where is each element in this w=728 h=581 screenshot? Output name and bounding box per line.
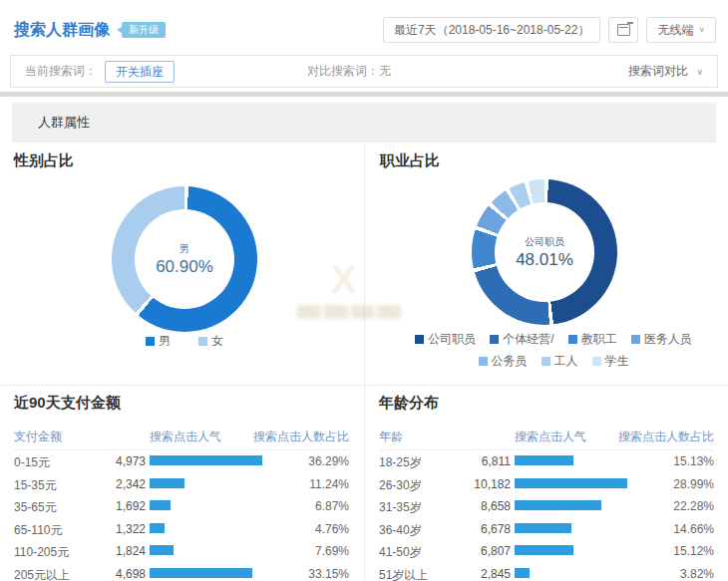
table-row: 36-40岁6,67814.66% [379,518,714,541]
row-pct: 3.82% [680,567,714,581]
watermark-text-blur [297,305,401,319]
table-row: 26-30岁10,18228.99% [379,473,714,496]
date-range-button[interactable]: 最近7天（2018-05-16~2018-05-22） [383,17,600,43]
row-bar [150,545,174,555]
column-header: 搜索点击人气 [150,429,221,445]
legend-label: 个体经营/ [503,331,553,348]
title-badge: 新升级 [122,22,166,38]
row-label: 0-15元 [14,454,50,471]
row-value: 1,322 [70,522,146,536]
legend-item[interactable]: 公司职员 [415,331,476,348]
row-bar [150,478,184,488]
chevron-down-icon: ∨ [698,26,705,34]
table-row: 65-110元1,3224.76% [14,518,349,541]
row-value: 6,807 [435,544,511,558]
row-pct: 36.29% [308,454,349,468]
legend-swatch [415,335,424,344]
row-bar [150,568,252,578]
search-audience-portrait-page: 搜索人群画像 新升级 最近7天（2018-05-16~2018-05-22） 无… [0,0,728,581]
table-row: 0-15元4,97336.29% [14,450,349,473]
gender-donut-center: 男 60.90% [135,209,234,309]
keyword-compare-action[interactable]: 搜索词对比 ∨ [628,63,703,80]
row-label: 36-40岁 [379,522,422,539]
legend-swatch [542,357,550,366]
age-table: 年龄分布 年龄 搜索点击人气 搜索点击人数占比 18-25岁6,81115.13… [379,394,714,581]
current-keyword-button[interactable]: 开关插座 [105,61,175,83]
row-bar [150,455,262,465]
row-label: 41-50岁 [379,544,422,561]
payment-table-header: 支付金额 搜索点击人气 搜索点击人数占比 [14,429,349,450]
legend-label: 工人 [554,353,578,370]
row-bar [150,523,165,533]
legend-item[interactable]: 公务员 [479,353,528,370]
payment-table-body: 0-15元4,97336.29%15-35元2,34211.24%35-65元1… [14,450,349,581]
age-table-title: 年龄分布 [379,394,714,413]
table-row: 18-25岁6,81115.13% [379,450,714,473]
row-value: 6,678 [435,522,511,536]
legend-item[interactable]: 男 [146,333,171,350]
donut-center-label: 男 [180,242,189,256]
row-value: 8,658 [435,499,511,513]
chevron-down-icon: ∨ [696,67,703,77]
row-bar [515,568,530,578]
row-pct: 6.87% [315,499,349,513]
table-row: 110-205元1,8247.69% [14,540,349,563]
legend-swatch [490,335,499,344]
keyword-compare-label: 搜索词对比 [628,64,688,78]
date-range-label: 最近7天（2018-05-16~2018-05-22） [394,22,589,39]
payment-table: 近90天支付金额 支付金额 搜索点击人气 搜索点击人数占比 0-15元4,973… [14,394,349,581]
row-bar [515,523,571,533]
legend-item[interactable]: 学生 [592,353,629,370]
row-value: 4,973 [70,454,146,468]
age-table-header: 年龄 搜索点击人气 搜索点击人数占比 [379,429,714,450]
legend-label: 公司职员 [428,331,476,348]
row-value: 1,692 [70,499,146,513]
table-row: 35-65元1,6926.87% [14,495,349,518]
legend-item[interactable]: 个体经营/ [490,331,553,348]
terminal-dropdown-label: 无线端 [657,22,693,39]
compare-keyword-text: 对比搜索词：无 [307,63,391,80]
row-label: 26-30岁 [379,477,422,494]
terminal-dropdown[interactable]: 无线端 ∨ [646,17,716,43]
row-value: 6,811 [435,454,511,468]
row-bar [515,455,573,465]
table-row: 31-35岁8,65822.28% [379,495,714,518]
row-label: 110-205元 [14,544,69,561]
page-title: 搜索人群画像 [14,20,110,41]
filter-bar: 当前搜索词： 开关插座 对比搜索词：无 搜索词对比 ∨ [10,55,718,88]
legend-label: 教职工 [581,331,617,348]
calendar-icon [617,24,630,36]
row-value: 1,824 [70,544,146,558]
column-header: 搜索点击人气 [515,429,586,445]
legend-label: 公务员 [492,353,528,370]
vertical-divider [364,143,365,581]
row-pct: 14.66% [673,522,714,536]
legend-swatch [198,337,207,346]
row-label: 18-25岁 [379,454,422,471]
row-pct: 4.76% [315,522,349,536]
row-pct: 33.15% [308,567,349,581]
legend-swatch [568,335,577,344]
legend-label: 男 [159,333,171,350]
row-label: 31-35岁 [379,499,422,516]
donut-center-label: 公司职员 [525,235,564,249]
row-pct: 28.99% [673,477,714,491]
legend-label: 学生 [605,353,629,370]
column-header: 年龄 [379,429,403,445]
legend-item[interactable]: 工人 [542,353,578,370]
page-header: 搜索人群画像 新升级 最近7天（2018-05-16~2018-05-22） 无… [0,0,728,55]
table-row: 205元以上4,69833.15% [14,563,349,581]
horizontal-divider [0,385,728,386]
column-header: 搜索点击人数占比 [253,429,349,445]
table-row: 41-50岁6,80715.12% [379,540,714,563]
legend-item[interactable]: 医务人员 [631,331,692,348]
row-pct: 7.69% [315,544,349,558]
occupation-donut-chart: 公司职员 48.01% [472,179,617,325]
gender-legend: 男女 [112,333,257,350]
calendar-button[interactable] [608,17,638,43]
row-value: 4,698 [70,567,146,581]
legend-item[interactable]: 女 [198,333,223,350]
row-value: 2,845 [435,567,511,581]
legend-swatch [146,337,155,346]
legend-item[interactable]: 教职工 [568,331,617,348]
